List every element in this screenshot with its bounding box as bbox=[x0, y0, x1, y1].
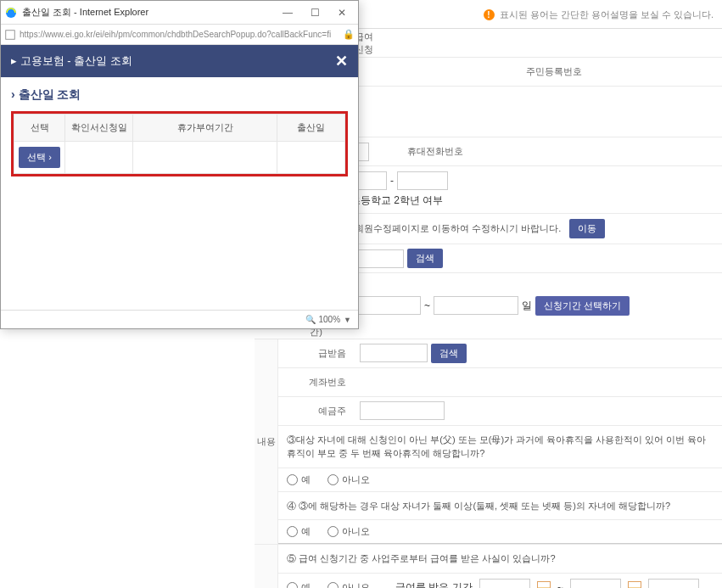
period-select-button[interactable]: 신청기간 선택하기 bbox=[535, 296, 630, 316]
th-select: 선택 bbox=[14, 115, 65, 142]
q5-yes[interactable]: 예 bbox=[287, 581, 311, 588]
question-5: ⑤ 급여 신청기간 중 사업주로부터 급여를 받은 사실이 있습니까? bbox=[278, 545, 722, 574]
account-no-label: 계좌번호 bbox=[278, 376, 355, 389]
svg-rect-1 bbox=[6, 30, 15, 39]
account-owner-label: 예금주 bbox=[278, 405, 355, 417]
svg-point-0 bbox=[6, 8, 16, 18]
days-unit: 일 bbox=[522, 299, 532, 313]
popup-table-highlight: 선택 확인서신청일 휴가부여기간 출산일 선택 › bbox=[11, 111, 348, 176]
zoom-dropdown-icon[interactable]: ▼ bbox=[344, 316, 351, 324]
url-text: https://www.ei.go.kr/ei/eih/pm/common/ch… bbox=[20, 30, 339, 39]
question-4: ④ ③에 해당하는 경우 대상 자녀가 둘째 이상(둘째, 셋째 또는 넷째 등… bbox=[278, 492, 722, 521]
row-select-button[interactable]: 선택 › bbox=[19, 147, 60, 168]
child-rn-input-2[interactable] bbox=[397, 171, 448, 190]
q4-no[interactable]: 아니오 bbox=[327, 525, 370, 538]
popup-title: › 출산일 조회 bbox=[11, 87, 348, 103]
calendar-icon[interactable] bbox=[537, 581, 551, 588]
zoom-label: 100% bbox=[319, 315, 341, 324]
search-input-2[interactable] bbox=[360, 344, 428, 362]
window-title: 출산일 조회 - Internet Explorer bbox=[22, 6, 275, 19]
confirm-section-label: 확인 사항 bbox=[255, 545, 278, 588]
zoom-icon[interactable]: 🔍 bbox=[305, 315, 316, 324]
popup-close-icon[interactable]: ✕ bbox=[335, 52, 348, 70]
minimize-button[interactable]: — bbox=[275, 4, 300, 21]
pay-period-to[interactable] bbox=[570, 579, 621, 588]
statusbar: 🔍 100% ▼ bbox=[1, 310, 358, 328]
pay-frag-label: 급받음 bbox=[278, 347, 355, 360]
pay-period-label: 급여를 받은 기간 bbox=[395, 580, 473, 588]
period-to-input[interactable] bbox=[434, 296, 518, 315]
search-button-2[interactable]: 검색 bbox=[431, 344, 467, 363]
q5-no[interactable]: 아니오 bbox=[327, 581, 370, 588]
th-leave-period: 휴가부여기간 bbox=[133, 115, 277, 142]
maximize-button[interactable]: ☐ bbox=[302, 4, 327, 21]
calendar-icon[interactable] bbox=[628, 581, 641, 588]
q3-yes[interactable]: 예 bbox=[287, 473, 311, 486]
window-titlebar: 출산일 조회 - Internet Explorer — ☐ ✕ bbox=[1, 1, 358, 25]
addressbar: https://www.ei.go.kr/ei/eih/pm/common/ch… bbox=[1, 25, 358, 45]
warning-icon: ! bbox=[484, 9, 495, 20]
popup-window: 출산일 조회 - Internet Explorer — ☐ ✕ https:/… bbox=[0, 0, 359, 329]
question-3: ③대상 자녀에 대해 신청인이 아닌 부(父) 또는 모(母)가 과거에 육아휴… bbox=[278, 426, 722, 468]
move-button[interactable]: 이동 bbox=[569, 219, 605, 238]
ie-icon bbox=[4, 6, 18, 20]
pay-amount[interactable] bbox=[648, 579, 699, 588]
q4-yes[interactable]: 예 bbox=[287, 525, 311, 538]
birth-date-table: 선택 확인서신청일 휴가부여기간 출산일 선택 › bbox=[14, 114, 345, 174]
pay-category-label: 내용 bbox=[255, 339, 278, 545]
q3-no[interactable]: 아니오 bbox=[327, 473, 370, 486]
pay-period-from[interactable] bbox=[479, 579, 530, 588]
resident-no-label: 주민등록번호 bbox=[501, 65, 590, 78]
page-icon bbox=[4, 29, 16, 41]
popup-header: ▸ 고용보험 - 출산일 조회 ✕ bbox=[1, 45, 358, 77]
table-row: 선택 › bbox=[14, 142, 345, 174]
th-birth-date: 출산일 bbox=[277, 115, 345, 142]
window-close-button[interactable]: ✕ bbox=[329, 4, 355, 21]
notice-text: 표시된 용어는 간단한 용어설명을 보실 수 있습니다. bbox=[500, 9, 714, 20]
search-button-1[interactable]: 검색 bbox=[407, 249, 443, 268]
mobile-label: 휴대전화번호 bbox=[382, 145, 472, 158]
elementary2-label: 초등학교 2학년 여부 bbox=[350, 193, 443, 208]
th-confirm-date: 확인서신청일 bbox=[65, 115, 133, 142]
account-owner-input[interactable] bbox=[360, 401, 445, 420]
lock-icon: 🔒 bbox=[343, 29, 355, 40]
